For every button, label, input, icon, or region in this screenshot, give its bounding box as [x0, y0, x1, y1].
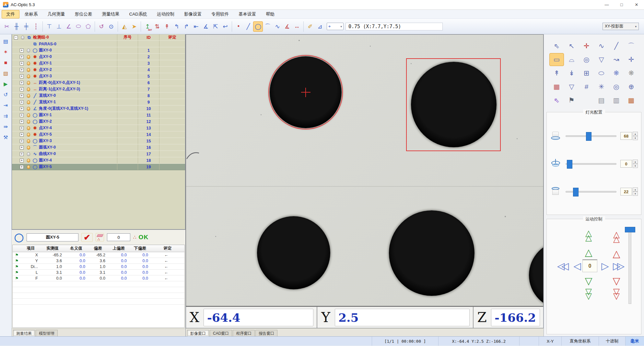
visibility-bulb-icon[interactable]	[27, 55, 30, 59]
tab-0-影像窗口[interactable]: 影像窗口	[187, 330, 209, 336]
step-into-icon[interactable]: ⇥	[4, 103, 8, 108]
jog-x-right-button[interactable]: ▷	[599, 261, 611, 271]
tab-2-程序窗口[interactable]: 程序窗口	[233, 330, 255, 336]
step-over-icon[interactable]: ⇉	[4, 114, 8, 119]
lens-combo[interactable]: ⌖ ▾	[327, 23, 344, 30]
jog-y-down-fast-button[interactable]: ▽▽	[581, 289, 596, 298]
menu-item-0[interactable]: 文件	[2, 10, 19, 18]
construct-angle-icon[interactable]: ∠	[64, 21, 74, 32]
circle-plus-icon[interactable]: ⊕	[624, 80, 638, 93]
report-ruler-icon[interactable]: ▥	[609, 94, 624, 107]
speed-slider-track[interactable]	[628, 229, 631, 304]
panel-toggle-icon[interactable]: ▤	[3, 39, 8, 44]
construct-ellipse-icon[interactable]: ⬭	[74, 21, 83, 32]
tree-row-圆XY-2[interactable]: + ◯ 圆XY-2 12	[12, 118, 185, 125]
tree-row-圆XY-4[interactable]: + ◯ 圆XY-4 18	[12, 157, 185, 164]
tree-row-点XY-4[interactable]: + ✹ 点XY-4 13	[12, 125, 185, 131]
visibility-bulb-icon[interactable]	[27, 113, 30, 117]
confirm-button[interactable]: ✔	[81, 233, 93, 242]
jog-z-down-fast-button[interactable]: ▽▽	[609, 289, 624, 298]
close-button[interactable]: ✕	[629, 0, 644, 9]
goto-angle-icon[interactable]: ∡	[201, 21, 211, 32]
cone2-icon[interactable]: ▽	[564, 80, 579, 93]
expand-icon[interactable]: +	[20, 74, 24, 78]
goto-edge-icon[interactable]: ⇤	[191, 21, 201, 32]
tab-3-报告窗口[interactable]: 报告窗口	[255, 330, 277, 336]
menu-item-2[interactable]: 几何测量	[43, 10, 70, 18]
return-move-icon[interactable]: ↩	[220, 21, 230, 32]
expand-icon[interactable]: +	[20, 120, 24, 124]
concentric-icon[interactable]: ◎	[609, 80, 624, 93]
expand-icon[interactable]: +	[20, 107, 24, 111]
trace-curve-icon[interactable]: ↝	[609, 53, 624, 66]
goto-up-icon[interactable]: ↟	[162, 21, 172, 32]
visibility-bulb-icon[interactable]	[27, 49, 30, 52]
curve-point-icon[interactable]: ∿	[594, 39, 609, 52]
jog-y-down-button[interactable]: ▽	[581, 276, 596, 286]
menu-item-1[interactable]: 坐标系	[20, 10, 42, 18]
pointer-icon[interactable]: ↖	[564, 39, 579, 52]
camera-image-view[interactable]	[186, 34, 544, 306]
cluster-blue-icon[interactable]: ❋	[609, 67, 624, 80]
pick-colored-icon[interactable]: ⇖	[549, 94, 564, 107]
visibility-bulb-icon[interactable]	[27, 133, 30, 137]
motion-step-value[interactable]: 0	[582, 259, 597, 272]
visibility-bulb-icon[interactable]	[27, 107, 30, 111]
menu-item-9[interactable]: 基本设置	[234, 10, 261, 18]
menu-item-5[interactable]: CAD系统	[125, 10, 152, 18]
ring-light-slider[interactable]	[566, 163, 616, 165]
surface-light-value[interactable]: 68	[620, 132, 632, 140]
coaxial-light-value[interactable]: 22	[620, 188, 632, 195]
ring-light-value[interactable]: 0	[620, 160, 632, 168]
level-icon[interactable]: ◭	[120, 21, 129, 32]
circle-target-icon[interactable]: ◎	[579, 53, 594, 66]
visibility-bulb-icon[interactable]	[27, 68, 30, 72]
ok-button[interactable]: OK	[139, 234, 149, 241]
tree-row-圆XY-3[interactable]: + ◯ 圆XY-3 15	[12, 138, 185, 144]
expand-icon[interactable]: +	[20, 61, 24, 65]
result-table-row[interactable]: ⚑ Di... 1.0 0.0 1.0 0.0 0.0 ←	[13, 264, 184, 270]
tools-icon[interactable]: ⚒	[3, 135, 8, 140]
cross-move-icon[interactable]: ✛	[624, 53, 638, 66]
visibility-bulb-icon[interactable]	[21, 36, 24, 39]
align-lines-icon[interactable]: ╫	[12, 21, 21, 32]
pick-curve-icon[interactable]: ⇖	[549, 39, 564, 52]
tab-1-模型管理[interactable]: 模型管理	[36, 330, 58, 336]
tolerance-input[interactable]	[107, 233, 130, 241]
sample-points-icon[interactable]: ∴	[133, 234, 136, 240]
tree-row-PARAS-0[interactable]: + ⧉ PARAS-0	[12, 41, 185, 47]
minimize-button[interactable]: —	[599, 0, 614, 9]
tree-header-row[interactable]: − ⧉ 检测组-0 序号 ID 评定	[12, 34, 185, 41]
tree-row-圆XY-1[interactable]: + ◯ 圆XY-1 11	[12, 112, 185, 118]
menu-item-3[interactable]: 形位公差	[70, 10, 97, 18]
goto-z-icon[interactable]: ⇅	[152, 21, 162, 32]
tree-row-直线XY-1[interactable]: + ╱ 直线XY-1 9	[12, 99, 185, 106]
tree-row-点XY-2[interactable]: + ✹ 点XY-2 4	[12, 67, 185, 73]
stop-icon[interactable]: ■	[4, 60, 7, 65]
visibility-bulb-icon[interactable]	[27, 100, 30, 104]
curve-tool-icon[interactable]: ∿	[273, 21, 282, 32]
rotate-ccw-icon[interactable]: ↺	[97, 21, 106, 32]
visibility-bulb-icon[interactable]	[27, 61, 30, 65]
pointer-flag-icon[interactable]: ➤	[129, 21, 139, 32]
plane-3d-icon[interactable]: ⊿	[315, 21, 325, 32]
visibility-bulb-icon[interactable]	[27, 152, 30, 156]
ring-light-spinner[interactable]: ▲▼	[633, 160, 638, 168]
blob-detect-icon[interactable]: ▦	[549, 80, 564, 93]
expand-icon[interactable]: +	[20, 113, 24, 117]
projection-select[interactable]: XY-投影面 ▾	[603, 23, 639, 30]
roi-rect-icon[interactable]: ▭	[549, 53, 564, 66]
speed-slider-handle[interactable]	[625, 227, 635, 232]
erase-points-button[interactable]: ∴	[96, 233, 104, 241]
visibility-bulb-icon[interactable]	[27, 126, 30, 130]
target-icon[interactable]: ✶	[4, 50, 8, 55]
circle-tool-icon[interactable]: ◯	[253, 21, 263, 32]
marker-pen-icon[interactable]: ✐	[305, 21, 315, 32]
tree-row-圆XY-0[interactable]: + ◯ 圆XY-0 1	[12, 47, 185, 54]
point-tool-icon[interactable]: •	[234, 21, 243, 32]
jog-x-left-fast-button[interactable]: ◁◁	[555, 261, 571, 271]
expand-icon[interactable]: +	[20, 87, 24, 91]
visibility-bulb-icon[interactable]	[27, 74, 30, 78]
result-table-row[interactable]: ⚑ Y 3.6 0.0 3.6 0.0 0.0 ←	[13, 258, 184, 264]
tab-0-测量结果[interactable]: 测量结果	[13, 330, 35, 336]
